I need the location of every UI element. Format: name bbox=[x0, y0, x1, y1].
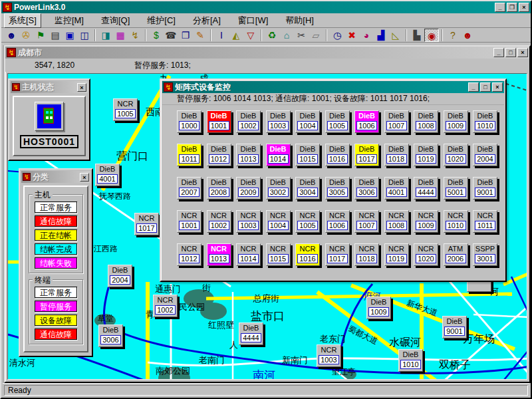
host-close-button[interactable]: × bbox=[77, 83, 86, 92]
device-button-DieB-1003[interactable]: DieB1003 bbox=[266, 110, 291, 133]
device-button-DieB-1017[interactable]: DieB1017 bbox=[354, 144, 379, 166]
monitor-icon[interactable]: ☻ bbox=[4, 29, 19, 42]
refresh-icon[interactable]: ♻ bbox=[265, 29, 279, 42]
matrix-titlebar[interactable]: ↯ 矩阵式设备监控 _ □ × bbox=[162, 81, 504, 93]
host-button[interactable] bbox=[35, 102, 64, 131]
menu-maintain[interactable]: 维护[C] bbox=[143, 14, 180, 27]
scissors-icon[interactable]: ✂ bbox=[294, 29, 309, 42]
device-button-DieB-4001[interactable]: DieB4001 bbox=[384, 177, 409, 200]
device-button-NCR-1005[interactable]: NCR1005 bbox=[113, 98, 138, 121]
key-icon[interactable]: ✇ bbox=[19, 29, 33, 42]
city-minimize-button[interactable]: _ bbox=[493, 48, 504, 57]
sign-icon[interactable]: ◭ bbox=[229, 29, 243, 42]
device-button-NCR-1005[interactable]: NCR1005 bbox=[295, 210, 320, 233]
device-button-DieB-1006[interactable]: DieB1006 bbox=[354, 110, 379, 133]
device-button-NCR-1018[interactable]: NCR1018 bbox=[354, 243, 379, 266]
device-button-DieB-1011[interactable]: DieB1011 bbox=[177, 144, 201, 166]
device-button-NCR-1019[interactable]: NCR1019 bbox=[384, 243, 409, 266]
matrix-maximize-button[interactable]: □ bbox=[480, 82, 491, 92]
money-bag-icon[interactable]: $ bbox=[149, 29, 164, 42]
device-button-DieB-1018[interactable]: DieB1018 bbox=[384, 144, 409, 166]
device-button-NCR-1020[interactable]: NCR1020 bbox=[414, 243, 438, 266]
device-button-DieB-1005[interactable]: DieB1005 bbox=[325, 110, 350, 133]
matrix-minimize-button[interactable]: _ bbox=[468, 82, 479, 92]
bank-icon[interactable]: ⌂ bbox=[279, 29, 294, 42]
device-button-DieB-1009[interactable]: DieB1009 bbox=[444, 110, 468, 133]
device-button-DieB-3006[interactable]: DieB3006 bbox=[354, 177, 379, 200]
device-button-DieB-1008[interactable]: DieB1008 bbox=[414, 110, 438, 133]
device-button-DieB-1004[interactable]: DieB1004 bbox=[295, 110, 320, 133]
device-button-NCR-1004[interactable]: NCR1004 bbox=[266, 210, 291, 233]
main-titlebar[interactable]: ↯ PowerLink3.0 _ ❐ × bbox=[1, 1, 531, 13]
device-button-DieB-1010[interactable]: DieB1010 bbox=[473, 110, 497, 133]
device-button-DieB-4444[interactable]: DieB4444 bbox=[414, 177, 438, 200]
restore-button[interactable]: ❐ bbox=[507, 3, 517, 12]
device-button-DieB-9001[interactable]: DieB9001 bbox=[442, 316, 467, 338]
device-button-NCR-1014[interactable]: NCR1014 bbox=[236, 243, 261, 266]
protractor-icon[interactable]: ◺ bbox=[388, 29, 403, 42]
device-button-DieB-1007[interactable]: DieB1007 bbox=[384, 110, 409, 133]
device-button-DieB-1020[interactable]: DieB1020 bbox=[444, 144, 468, 166]
exit-door-icon[interactable]: ◫ bbox=[77, 29, 92, 42]
flag-icon[interactable]: ⚑ bbox=[33, 29, 48, 42]
close-button[interactable]: × bbox=[519, 3, 529, 12]
device-button-DieB-1014[interactable]: DieB1014 bbox=[266, 144, 291, 166]
device-button-DieB-1001[interactable]: DieB1001 bbox=[207, 110, 231, 133]
device-button-DieB-2008[interactable]: DieB2008 bbox=[207, 177, 231, 200]
device-button-NCR-1016[interactable]: NCR1016 bbox=[295, 243, 320, 266]
device-button-DieB-1010[interactable]: DieB1010 bbox=[398, 349, 423, 372]
device-button-NCR-1011[interactable]: NCR1011 bbox=[473, 210, 497, 233]
device-button-DieB-1019[interactable]: DieB1019 bbox=[414, 144, 438, 166]
menu-query[interactable]: 查询[Q] bbox=[97, 14, 134, 27]
matrix-view-icon[interactable]: ▦ bbox=[113, 29, 128, 42]
menu-system[interactable]: 系统[S] bbox=[4, 13, 41, 28]
beam-icon[interactable]: I bbox=[214, 29, 229, 42]
city-close-button[interactable]: × bbox=[517, 48, 528, 57]
device-button-NCR-1013[interactable]: NCR1013 bbox=[207, 243, 231, 266]
device-button-DieB-2004[interactable]: DieB2004 bbox=[108, 265, 132, 287]
menu-window[interactable]: 窗口[W] bbox=[234, 14, 273, 27]
host-titlebar[interactable]: ↯ 主机状态 × bbox=[11, 81, 88, 93]
phone-icon[interactable]: ☎ bbox=[164, 29, 178, 42]
device-button-DieB-1012[interactable]: DieB1012 bbox=[207, 144, 231, 166]
device-button-DieB-3002[interactable]: DieB3002 bbox=[266, 177, 291, 200]
device-button-NCR-1002[interactable]: NCR1002 bbox=[207, 210, 231, 233]
device-button-DieB-5001[interactable]: DieB5001 bbox=[444, 177, 468, 200]
device-button-DieB-3006[interactable]: DieB3006 bbox=[98, 325, 123, 347]
delete-icon[interactable]: ✖ bbox=[344, 29, 359, 42]
device-button-DieB-9001[interactable]: DieB9001 bbox=[473, 177, 497, 200]
device-button-DieB-2007[interactable]: DieB2007 bbox=[177, 177, 201, 200]
device-button-DieB-1016[interactable]: DieB1016 bbox=[325, 144, 350, 166]
minimize-button[interactable]: _ bbox=[495, 3, 505, 12]
device-button-SSPP-3001[interactable]: SSPP3001 bbox=[473, 243, 497, 266]
device-button-NCR-1008[interactable]: NCR1008 bbox=[384, 210, 409, 233]
help-icon[interactable]: ? bbox=[446, 29, 460, 42]
cascade-windows-icon[interactable]: ❐ bbox=[178, 29, 193, 42]
legend-close-button[interactable]: × bbox=[80, 173, 89, 182]
agent-icon[interactable]: ☻ bbox=[460, 29, 475, 42]
lightning-icon[interactable]: ↯ bbox=[128, 29, 142, 42]
device-button-ATM-2006[interactable]: ATM2006 bbox=[444, 243, 468, 266]
map-view-icon[interactable]: ◨ bbox=[98, 29, 113, 42]
device-button-NCR-1009[interactable]: NCR1009 bbox=[414, 210, 438, 233]
device-button-NCR-1007[interactable]: NCR1007 bbox=[354, 210, 379, 233]
hp-help-icon[interactable]: ▣ bbox=[63, 29, 77, 42]
bar-chart-icon[interactable]: ▟ bbox=[374, 29, 388, 42]
clock-icon[interactable]: ◷ bbox=[330, 29, 344, 42]
device-button-NCR-1017[interactable]: NCR1017 bbox=[325, 243, 350, 266]
device-button-DieB-4001[interactable]: DieB4001 bbox=[95, 164, 120, 186]
device-button-NCR-1001[interactable]: NCR1001 bbox=[177, 210, 201, 233]
device-button-DieB-1009[interactable]: DieB1009 bbox=[366, 297, 391, 319]
device-button-DieB-3005[interactable]: DieB3005 bbox=[325, 177, 350, 200]
building-icon[interactable]: ▙ bbox=[410, 29, 424, 42]
legend-titlebar[interactable]: ↯ 分类 × bbox=[21, 171, 90, 183]
device-button-DieB-1015[interactable]: DieB1015 bbox=[295, 144, 320, 166]
device-button-NCR-1002[interactable]: NCR1002 bbox=[153, 295, 178, 317]
device-button-NCR-1003[interactable]: NCR1003 bbox=[236, 210, 261, 233]
device-button-DieB-1002[interactable]: DieB1002 bbox=[236, 110, 261, 133]
matrix-close-button[interactable]: × bbox=[492, 82, 503, 92]
device-button-DieB-2004[interactable]: DieB2004 bbox=[473, 144, 497, 166]
menu-monitor[interactable]: 监控[M] bbox=[51, 14, 88, 27]
device-button-NCR-1017[interactable]: NCR1017 bbox=[134, 213, 159, 235]
device-button-NCR-1006[interactable]: NCR1006 bbox=[325, 210, 350, 233]
